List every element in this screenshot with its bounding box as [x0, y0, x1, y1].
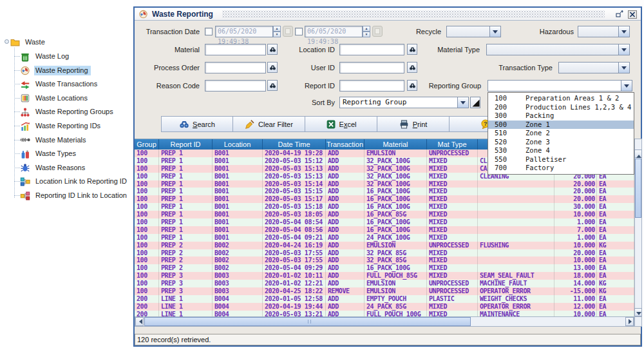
table-row[interactable]: 100PREP 1B0012020-05-03 15:15ADD16_PACK_…: [135, 188, 634, 195]
user-id-lookup-button[interactable]: [407, 62, 417, 73]
sidebar-item-location-link-to-reporting-id[interactable]: Location Link to Reporting ID: [20, 175, 129, 188]
transaction-type-select[interactable]: [558, 62, 630, 73]
sidebar-item-waste-locations[interactable]: Waste Locations: [20, 92, 90, 104]
restore-window-icon[interactable]: [615, 10, 624, 18]
sidebar-item-waste-reporting[interactable]: Waste Reporting: [20, 64, 91, 77]
table-row[interactable]: 100PREP 1B0012020-05-04 08:56ADD16_PACK_…: [135, 226, 634, 234]
process-order-input[interactable]: [205, 62, 266, 73]
table-row[interactable]: 200LINE 1B0042020-04-19 19:44ADD24_PACK_…: [135, 303, 634, 311]
reporting-group-select[interactable]: [488, 80, 632, 92]
report-id-lookup-button[interactable]: [407, 80, 417, 91]
tree-expand-handle[interactable]: [5, 39, 9, 44]
date-to-spinner[interactable]: ▲▼: [363, 26, 370, 37]
sidebar-item-waste-transactions[interactable]: Waste Transactions: [20, 78, 100, 90]
material-input[interactable]: [205, 44, 266, 55]
vertical-scroll-thumb[interactable]: [635, 159, 641, 218]
column-header[interactable]: Transaction: [326, 139, 365, 150]
table-cell: MIXED: [427, 272, 478, 280]
dropdown-option-700[interactable]: 700Factory: [488, 164, 634, 173]
chevron-down-icon[interactable]: [618, 26, 629, 37]
sidebar-item-waste-reasons[interactable]: Waste Reasons: [20, 162, 88, 174]
table-row[interactable]: 100PREP 1B0012020-05-03 15:14ADD32_PACK_…: [135, 180, 634, 188]
printer-icon: [399, 119, 409, 129]
chevron-down-icon[interactable]: [618, 63, 629, 73]
sort-by-select[interactable]: Reporting Group: [339, 97, 469, 108]
dropdown-option-510[interactable]: 510Zone 2: [488, 129, 634, 138]
table-row[interactable]: 100PREP 2B0022020-05-04 09:29ADD16_PACK_…: [135, 264, 634, 272]
table-row[interactable]: 100PREP 1B0012020-05-04 09:21ADD24_PACK_…: [135, 234, 634, 242]
recycle-select[interactable]: [446, 26, 501, 37]
material-type-select[interactable]: [486, 44, 630, 55]
table-row[interactable]: 100PREP 1B0012020-05-03 18:05ADD16_PACK_…: [135, 211, 634, 218]
column-header[interactable]: Material: [365, 139, 427, 150]
tree-root-waste[interactable]: Waste: [10, 36, 48, 48]
date-to-checkbox[interactable]: [295, 28, 303, 35]
report-id-input[interactable]: [339, 80, 404, 92]
date-from-field[interactable]: 06/05/2020 19:49:38: [215, 26, 273, 37]
date-from-checkbox[interactable]: [205, 28, 213, 35]
table-row[interactable]: 100PREP 3B0032020-01-02 10:11ADDFULL_POU…: [135, 272, 634, 280]
dropdown-option-530[interactable]: 530Zone 4: [488, 146, 634, 155]
column-header[interactable]: Report ID: [159, 139, 213, 150]
search-button[interactable]: Search: [161, 116, 233, 132]
column-header[interactable]: Location: [213, 139, 263, 150]
user-id-input[interactable]: [339, 62, 404, 73]
table-row[interactable]: 100PREP 1B0012020-05-03 15:18ADD16_PACK_…: [135, 203, 634, 211]
sidebar-item-waste-materials[interactable]: Waste Materials: [20, 134, 88, 146]
table-row[interactable]: 100PREP 1B0012020-05-04 08:54ADD16_PACK_…: [135, 218, 634, 226]
table-cell: LINE 1: [159, 311, 213, 316]
folder-icon: [10, 37, 20, 47]
table-row[interactable]: 200LINE 1B0042020-01-05 12:58ADDEMPTY_PO…: [135, 295, 634, 303]
dropdown-option-520[interactable]: 520Zone 3: [488, 138, 634, 147]
dropdown-option-550[interactable]: 550Palletiser: [488, 155, 634, 164]
option-name: Production Lines 1,2,3 & 4: [526, 103, 631, 112]
chevron-down-icon[interactable]: [621, 81, 632, 91]
hazardous-select[interactable]: [578, 26, 630, 37]
table-row[interactable]: 200LINE 1B0042020-05-03 13:21ADDFULL_POU…: [135, 311, 634, 316]
table-cell: MIXED: [427, 226, 478, 234]
sort-direction-button[interactable]: [470, 97, 480, 108]
date-from-calendar-icon[interactable]: [283, 26, 293, 37]
chevron-down-icon[interactable]: [457, 97, 468, 108]
dropdown-option-100[interactable]: 100Preparation Areas 1 & 2: [488, 94, 634, 103]
table-row[interactable]: 100PREP 3B0032020-04-25 18:22REMOVEEMULS…: [135, 287, 634, 295]
chevron-down-icon[interactable]: [618, 44, 629, 55]
chevron-down-icon[interactable]: [489, 26, 500, 37]
table-row[interactable]: 100PREP 2B0022020-04-24 16:19ADDEMULSION…: [135, 242, 634, 249]
horizontal-scrollbar[interactable]: [135, 316, 634, 327]
table-row[interactable]: 100PREP 2B0022020-05-03 17:55ADD32_PACK_…: [135, 249, 634, 257]
vertical-scrollbar[interactable]: [634, 139, 642, 316]
sidebar-item-waste-reporting-ids[interactable]: Waste Reporting IDs: [20, 120, 103, 132]
excel-button[interactable]: Excel: [305, 116, 377, 132]
table-row[interactable]: 100PREP 3B0032020-01-02 12:21ADDEMULSION…: [135, 280, 634, 287]
dropdown-option-300[interactable]: 300Packing: [488, 111, 634, 121]
window-titlebar[interactable]: Waste Reporting: [135, 8, 641, 21]
table-cell: WEIGHT_CHECKS: [478, 295, 554, 303]
column-header[interactable]: Group: [135, 139, 159, 150]
table-row[interactable]: 100PREP 2B0022020-05-03 17:55ADD32_PACK_…: [135, 256, 634, 264]
location-id-input[interactable]: [339, 44, 404, 55]
clear-filter-button[interactable]: Clear Filter: [233, 116, 305, 132]
print-button[interactable]: Print: [377, 116, 450, 132]
scroll-down-icon[interactable]: [634, 308, 642, 316]
dropdown-option-500[interactable]: 500Zone 1: [488, 121, 634, 130]
table-cell: EA: [597, 256, 634, 264]
date-from-spinner[interactable]: ▲▼: [273, 26, 281, 37]
date-to-field[interactable]: 06/05/2020 19:49:38: [305, 26, 363, 37]
sort-ascending-icon: [471, 99, 480, 108]
reason-code-input[interactable]: [205, 80, 266, 92]
column-header[interactable]: Mat Type: [427, 139, 478, 150]
column-header[interactable]: Date Time: [263, 139, 326, 150]
close-window-icon[interactable]: [628, 10, 637, 18]
table-row[interactable]: 100PREP 1B0012020-05-03 15:17ADD16_PACK_…: [135, 195, 634, 203]
report-id-label: Report ID: [270, 80, 335, 92]
sidebar-item-reporting-id-link-to-location[interactable]: Reporting ID Link to Location: [20, 189, 129, 202]
scroll-left-icon[interactable]: [135, 317, 144, 326]
scroll-up-icon[interactable]: [634, 150, 642, 158]
sidebar-item-waste-types[interactable]: Waste Types: [20, 148, 79, 160]
sidebar-item-waste-log[interactable]: Waste Log: [20, 50, 71, 63]
horizontal-scroll-thumb[interactable]: [144, 317, 471, 326]
sidebar-item-waste-reporting-groups[interactable]: Waste Reporting Groups: [20, 106, 116, 118]
dropdown-option-200[interactable]: 200Production Lines 1,2,3 & 4: [488, 103, 634, 112]
scroll-right-icon[interactable]: [625, 317, 634, 326]
